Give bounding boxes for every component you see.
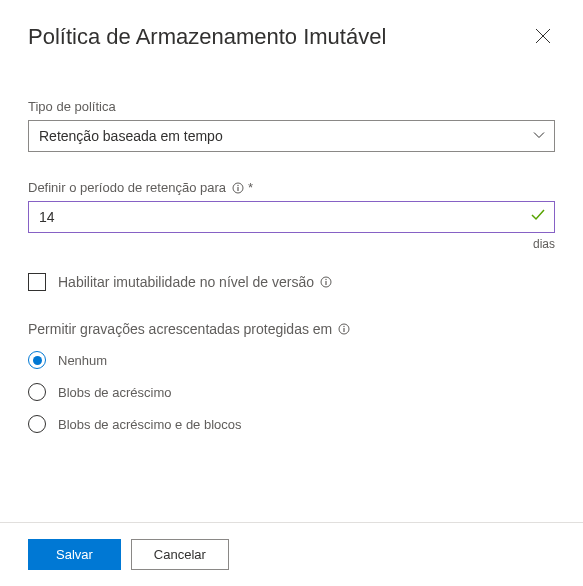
svg-point-4 [325,279,326,280]
svg-rect-8 [344,328,345,332]
required-indicator: * [248,180,253,195]
radio-append-block-blobs-label: Blobs de acréscimo e de blocos [58,417,242,432]
svg-point-1 [237,184,238,185]
radio-append-blobs-label: Blobs de acréscimo [58,385,171,400]
info-icon[interactable] [232,182,244,194]
policy-type-select[interactable]: Retenção baseada em tempo [28,120,555,152]
version-immutability-row[interactable]: Habilitar imutabilidade no nível de vers… [28,273,555,291]
retention-input-row [28,201,555,233]
retention-unit: dias [28,237,555,251]
radio-append-blobs[interactable] [28,383,46,401]
dialog-header: Política de Armazenamento Imutável [28,24,555,51]
info-icon[interactable] [338,323,350,335]
policy-type-label: Tipo de política [28,99,555,114]
radio-option-append-block-blobs[interactable]: Blobs de acréscimo e de blocos [28,415,555,433]
radio-none-label: Nenhum [58,353,107,368]
dialog-title: Política de Armazenamento Imutável [28,24,386,50]
info-icon[interactable] [320,276,332,288]
retention-label: Definir o período de retenção para * [28,180,555,195]
save-button[interactable]: Salvar [28,539,121,570]
retention-field: Definir o período de retenção para * dia… [28,180,555,251]
close-button[interactable] [531,24,555,51]
svg-rect-2 [237,187,238,191]
close-icon [535,28,551,47]
policy-type-select-wrap: Retenção baseada em tempo [28,120,555,152]
radio-option-append-blobs[interactable]: Blobs de acréscimo [28,383,555,401]
radio-none[interactable] [28,351,46,369]
retention-label-text: Definir o período de retenção para [28,180,226,195]
checkmark-icon [531,208,545,226]
radio-append-block-blobs[interactable] [28,415,46,433]
policy-type-field: Tipo de política Retenção baseada em tem… [28,99,555,152]
version-immutability-checkbox[interactable] [28,273,46,291]
version-immutability-label: Habilitar imutabilidade no nível de vers… [58,274,332,290]
cancel-button[interactable]: Cancelar [131,539,229,570]
append-writes-label: Permitir gravações acrescentadas protegi… [28,321,555,337]
radio-option-none[interactable]: Nenhum [28,351,555,369]
svg-rect-5 [325,281,326,285]
dialog-footer: Salvar Cancelar [0,522,583,586]
retention-input[interactable] [28,201,555,233]
append-writes-group: Permitir gravações acrescentadas protegi… [28,321,555,433]
svg-point-7 [344,326,345,327]
